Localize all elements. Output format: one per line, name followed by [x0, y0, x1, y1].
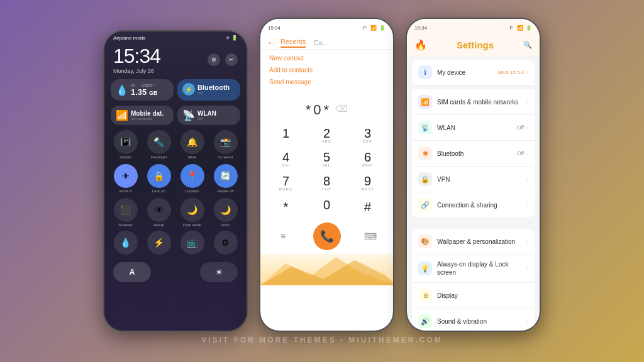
darkmode-btn[interactable]: 🌙 Dark mode: [177, 198, 207, 227]
dialer-bottom: ≡ 📞 ⌨: [260, 219, 393, 254]
tiles-row-1: 💧 IN Used ↑ 1.35 GB ⚡ Bluetooth Off: [104, 77, 247, 103]
location-btn[interactable]: 📍 Location: [177, 164, 207, 193]
recents-tab[interactable]: Recents: [280, 38, 306, 48]
call-button[interactable]: 📞: [313, 222, 341, 250]
phone-right: 15:34 🏳 📶 🔋 🔥 Settings 🔍 ℹ: [406, 18, 541, 332]
settings-sound[interactable]: 🔊 Sound & vibration ›: [412, 309, 535, 331]
flash-btn[interactable]: ⚡: [144, 231, 174, 255]
settings-bluetooth[interactable]: ✱ Bluetooth Off ›: [412, 141, 535, 167]
key-9[interactable]: 9WXYZ: [347, 171, 388, 195]
settings-notch-icons: 🏳 📶 🔋: [509, 25, 532, 31]
lock-icon: 🔒: [147, 164, 171, 188]
connection-icon: 🔗: [418, 198, 432, 212]
mountain-svg: [260, 254, 393, 285]
send-message-action[interactable]: Send message: [260, 79, 393, 90]
rotate-icon: 🔄: [214, 164, 238, 188]
vibrate-btn[interactable]: 📳 Vibrate: [111, 130, 140, 159]
settings-connection[interactable]: 🔗 Connection & sharing ›: [412, 192, 535, 217]
contacts-tab[interactable]: Ca…: [313, 39, 329, 47]
settings-time: 15:34: [414, 25, 427, 31]
airplane-btn[interactable]: ✈ mode A: [111, 164, 140, 193]
key-7[interactable]: 7PQRS: [265, 171, 306, 195]
aod-arrow: ›: [526, 266, 528, 272]
bluetooth-tile[interactable]: ⚡ Bluetooth Off: [177, 79, 240, 101]
bluetooth-icon: ⚡: [182, 83, 195, 96]
screen-icon: 📺: [180, 231, 204, 255]
key-1[interactable]: 1: [265, 123, 306, 147]
key-2[interactable]: 2ABC: [306, 123, 347, 147]
wlan-tile[interactable]: 📡 WLAN Off: [177, 106, 240, 125]
airplane-mode-label: Airplane mode: [113, 35, 146, 41]
vibrate-label: Vibrate: [119, 155, 131, 159]
dnd-label: DND: [221, 223, 230, 227]
data-usage-tile[interactable]: 💧 IN Used ↑ 1.35 GB: [111, 79, 174, 101]
key-6[interactable]: 6MNO: [347, 147, 388, 171]
settings-wallpaper[interactable]: 🎨 Wallpaper & personalization ›: [412, 229, 535, 255]
flash-icon: ⚡: [147, 231, 171, 255]
settings-sim[interactable]: 📶 SIM cards & mobile networks ›: [412, 89, 535, 115]
extra-row: 💧 ⚡ 📺 ⚙: [104, 229, 247, 257]
date-display: Monday, July 26: [113, 68, 160, 74]
backspace-icon[interactable]: ⌫: [335, 104, 348, 114]
settings-scroll[interactable]: ℹ My device MIUI 12.5.4 › 📶 SIM cards & …: [407, 56, 540, 331]
mobile-label: Mobile dat.: [131, 110, 164, 117]
settings2-btn[interactable]: ⚙: [211, 231, 240, 255]
settings-display[interactable]: 🖥 Display ›: [412, 283, 535, 309]
new-contact-action[interactable]: New contact: [260, 50, 393, 67]
back-arrow[interactable]: ←: [267, 38, 275, 48]
wlan-label: WLAN: [197, 110, 216, 117]
key-3[interactable]: 3DEF: [347, 123, 388, 147]
assistant-btn[interactable]: A: [113, 262, 151, 282]
screenshot-btn[interactable]: 📸 Screenst: [211, 130, 240, 159]
mobile-data-tile[interactable]: 📶 Mobile dat. Not available: [111, 106, 174, 125]
water-btn[interactable]: 💧: [111, 231, 140, 255]
screenshot-icon: 📸: [214, 130, 238, 154]
vibrate-icon: 📳: [114, 130, 138, 154]
menu-icon[interactable]: ≡: [273, 226, 293, 246]
battery-icon: ✈ 🔋: [226, 35, 238, 41]
dnd-btn[interactable]: 🌙 DND: [211, 198, 240, 227]
settings-list: ℹ My device MIUI 12.5.4 › 📶 SIM cards & …: [412, 60, 535, 217]
phones-container: Airplane mode ✈ 🔋 15:34 Monday, July 26 …: [103, 30, 541, 332]
bluetooth-arrow: ›: [526, 151, 528, 156]
scanner-label: Scanner: [118, 223, 132, 227]
settings-wlan[interactable]: 📡 WLAN Off ›: [412, 115, 535, 141]
wlan-icon: 📡: [182, 109, 195, 121]
dial-display: *0*: [306, 96, 331, 122]
location-label: Location: [185, 189, 199, 193]
dialer-notch-icons: 🏳 📶 🔋: [363, 25, 386, 31]
reading-btn[interactable]: 👁 Readi: [144, 198, 174, 227]
key-5[interactable]: 5JKL: [306, 147, 347, 171]
key-0[interactable]: 0: [306, 195, 347, 219]
bottom-bar: A ☀: [104, 257, 247, 286]
key-4[interactable]: 4GHI: [265, 147, 306, 171]
settings-icon-btn[interactable]: ⚙: [208, 53, 220, 66]
tile-label-in: IN Used ↑: [131, 83, 157, 87]
add-to-contacts-action[interactable]: Add to contacts: [260, 67, 393, 79]
edit-icon-btn[interactable]: ✂: [225, 53, 238, 66]
brightness-btn[interactable]: ☀: [200, 262, 238, 282]
dialer-time: 15:34: [268, 25, 280, 31]
wlan-arrow: ›: [526, 125, 528, 131]
keyboard-icon[interactable]: ⌨: [360, 226, 380, 246]
rotate-btn[interactable]: 🔄 Rotate off: [211, 164, 240, 193]
scanner-btn[interactable]: ⬛ Scanner: [111, 198, 140, 227]
flashlight-btn[interactable]: 🔦 Flashlight: [144, 130, 174, 159]
grid-row-1: 📳 Vibrate 🔦 Flashlight 🔔 Mute 📸 Screenst: [104, 128, 247, 162]
wlan-sub: Off: [197, 117, 216, 121]
sound-icon: 🔊: [418, 314, 432, 328]
mute-btn[interactable]: 🔔 Mute: [177, 130, 207, 159]
display-icon: 🖥: [418, 288, 432, 302]
wlan-settings-label: WLAN: [437, 124, 516, 132]
settings-search-icon[interactable]: 🔍: [523, 41, 532, 49]
key-hash[interactable]: #: [347, 195, 388, 219]
wallpaper-arrow: ›: [526, 239, 528, 244]
screen-btn[interactable]: 📺: [177, 231, 207, 255]
settings-vpn[interactable]: 🔒 VPN ›: [412, 167, 535, 192]
settings-my-device[interactable]: ℹ My device MIUI 12.5.4 ›: [412, 60, 535, 85]
key-star[interactable]: *: [265, 195, 306, 219]
status-bar-left: Airplane mode ✈ 🔋: [104, 31, 247, 42]
lockscreen-btn[interactable]: 🔒 Lock sci: [144, 164, 174, 193]
key-8[interactable]: 8TUV: [306, 171, 347, 195]
settings-aod[interactable]: 💡 Always-on display & Lock screen ›: [412, 255, 535, 283]
